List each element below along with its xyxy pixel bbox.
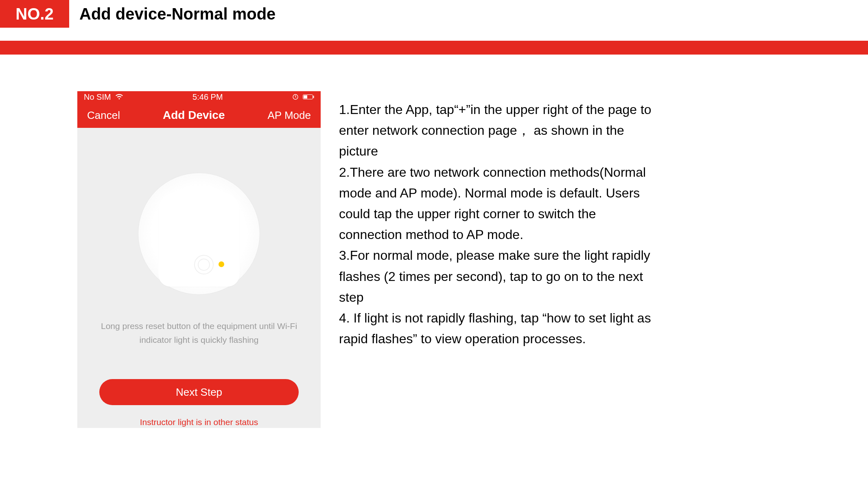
instruction-step-2: 2.There are two network connection metho… — [339, 162, 662, 246]
wifi-icon — [115, 94, 123, 100]
next-step-button[interactable]: Next Step — [99, 379, 299, 405]
sim-label: No SIM — [84, 92, 111, 102]
led-indicator-icon — [219, 261, 224, 267]
instructions-block: 1.Enter the App, tap“+”in the upper righ… — [321, 91, 662, 349]
section-badge: NO.2 — [0, 0, 69, 28]
phone-mockup: No SIM 5:46 PM Cancel Add Dev — [77, 91, 321, 428]
nav-title: Add Device — [163, 109, 225, 122]
ap-mode-button[interactable]: AP Mode — [268, 109, 311, 122]
status-right — [292, 94, 314, 100]
orientation-lock-icon — [292, 94, 299, 100]
device-illustration — [138, 173, 260, 295]
status-bar: No SIM 5:46 PM — [77, 91, 321, 103]
divider-bar — [0, 41, 868, 55]
cancel-button[interactable]: Cancel — [87, 109, 120, 122]
hint-line-1: Long press reset button of the equipment… — [101, 321, 297, 331]
instruction-step-1: 1.Enter the App, tap“+”in the upper righ… — [339, 99, 662, 162]
instruction-step-3: 3.For normal mode, please make sure the … — [339, 245, 662, 308]
page: NO.2 Add device-Normal mode No SIM 5:46 … — [0, 0, 868, 428]
header-row: NO.2 Add device-Normal mode — [0, 0, 868, 28]
content-row: No SIM 5:46 PM Cancel Add Dev — [0, 55, 868, 428]
power-icon — [194, 255, 214, 274]
section-title: Add device-Normal mode — [69, 0, 275, 28]
clock-label: 5:46 PM — [192, 92, 223, 102]
phone-body: Long press reset button of the equipment… — [77, 128, 321, 428]
svg-rect-2 — [304, 95, 307, 99]
status-left: No SIM — [84, 92, 123, 102]
device-box — [158, 193, 240, 287]
instruction-step-4: 4. If light is not rapidly flashing, tap… — [339, 308, 662, 349]
svg-rect-3 — [313, 96, 314, 98]
hint-line-2: indicator light is quickly flashing — [140, 335, 259, 344]
other-status-link[interactable]: Instructor light is in other status — [77, 417, 321, 428]
reset-hint-text: Long press reset button of the equipment… — [90, 319, 308, 346]
nav-bar: Cancel Add Device AP Mode — [77, 103, 321, 128]
battery-icon — [303, 94, 314, 99]
